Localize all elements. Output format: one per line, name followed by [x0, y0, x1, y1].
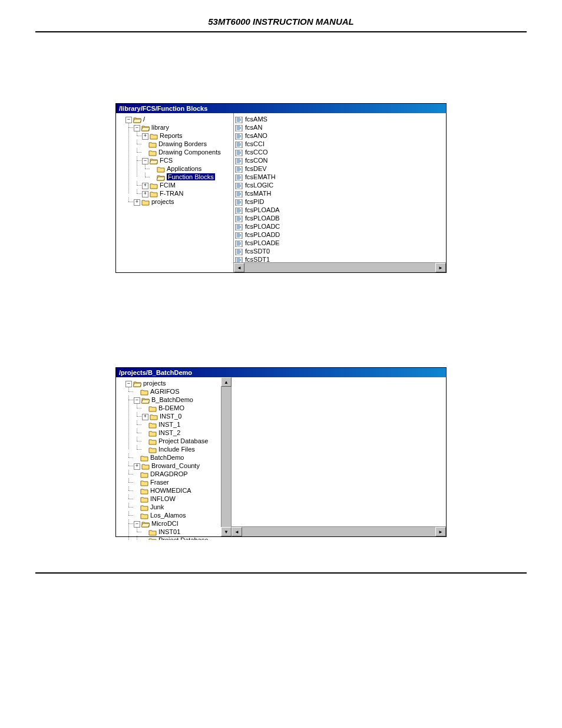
file-item[interactable]: fcsSDT0	[235, 247, 445, 255]
tree-item[interactable]: Junk	[150, 503, 164, 510]
scroll-down-button[interactable]: ▼	[221, 527, 232, 536]
tree-item[interactable]: B_BatchDemo	[151, 396, 193, 403]
file-item[interactable]: fcsMATH	[235, 189, 445, 197]
tree-item[interactable]: Reports	[160, 132, 183, 139]
folder-icon	[140, 389, 148, 396]
folder-icon	[150, 414, 158, 420]
collapse-icon[interactable]: −	[125, 117, 132, 123]
folder-icon	[148, 150, 157, 156]
tree-item[interactable]: INST_1	[158, 421, 180, 428]
folder-icon	[140, 488, 148, 495]
tree-item[interactable]: Project Database	[158, 536, 208, 540]
tree-item[interactable]: HOWMEDICA	[150, 487, 191, 494]
document-icon	[235, 141, 243, 148]
expand-icon[interactable]: +	[134, 463, 140, 470]
tree-item[interactable]: Applications	[167, 165, 201, 172]
file-item[interactable]: fcsPID	[235, 197, 445, 206]
tree-item[interactable]: INST_0	[160, 413, 181, 420]
tree-item[interactable]: Drawing Borders	[158, 140, 207, 147]
tree-item[interactable]: FCS	[160, 157, 173, 164]
file-item[interactable]: fcsCON	[235, 156, 445, 164]
window-library: /library/FCS/Function Blocks −/ −library…	[115, 103, 447, 273]
footer-rule	[35, 572, 527, 574]
file-item[interactable]: fcsCCI	[235, 140, 445, 148]
tree-item[interactable]: Include Files	[158, 446, 195, 453]
folder-icon	[141, 199, 150, 206]
tree-item[interactable]: Fraser	[150, 479, 169, 486]
tree-item[interactable]: FCIM	[160, 182, 176, 189]
scroll-right-button[interactable]: ►	[435, 263, 446, 272]
expand-icon[interactable]: +	[142, 133, 148, 140]
folder-icon	[140, 480, 148, 486]
expand-icon[interactable]: +	[142, 191, 148, 197]
file-item[interactable]: fcsPLOADC	[235, 222, 445, 230]
file-item[interactable]: fcsAN	[235, 123, 445, 131]
tree-pane[interactable]: −/ −library +Reports Drawing Borders Dra…	[116, 113, 234, 272]
tree-item[interactable]: F-TRAN	[160, 190, 183, 197]
file-item[interactable]: fcsAMS	[235, 115, 445, 123]
tree-item[interactable]: INST_2	[158, 429, 180, 436]
document-icon	[235, 150, 243, 156]
folder-open-icon	[157, 174, 165, 181]
file-item[interactable]: fcsPLOADD	[235, 230, 445, 239]
tree-item[interactable]: BatchDemo	[150, 454, 184, 461]
tree-item-library[interactable]: library	[151, 124, 169, 131]
tree-item[interactable]: Drawing Components	[158, 149, 221, 156]
window-projects: /projects/B_BatchDemo −projects AGRIFOS …	[115, 367, 447, 537]
collapse-icon[interactable]: −	[134, 125, 140, 131]
tree-item[interactable]: projects	[151, 198, 174, 205]
collapse-icon[interactable]: −	[134, 397, 140, 404]
tree-item[interactable]: projects	[143, 380, 166, 387]
tree-item[interactable]: AGRIFOS	[150, 388, 180, 395]
expand-icon[interactable]: +	[142, 414, 148, 420]
file-item[interactable]: fcsDEV	[235, 164, 445, 173]
folder-icon	[148, 529, 157, 536]
folder-icon	[150, 133, 158, 140]
tree-item[interactable]: INST01	[158, 528, 180, 535]
folder-icon	[140, 472, 148, 478]
document-icon	[235, 224, 243, 230]
scroll-right-button[interactable]: ►	[435, 527, 446, 536]
file-item[interactable]: fcsANO	[235, 131, 445, 140]
collapse-icon[interactable]: −	[134, 521, 140, 528]
header-rule	[35, 31, 527, 32]
tree-item[interactable]: INFLOW	[150, 495, 176, 502]
file-item[interactable]: fcsCCO	[235, 148, 445, 156]
file-item[interactable]: fcsPLOADA	[235, 206, 445, 214]
expand-icon[interactable]: +	[134, 199, 140, 206]
scroll-left-button[interactable]: ◄	[234, 263, 244, 272]
tree-item[interactable]: MicroDCI	[151, 520, 178, 527]
file-item[interactable]: fcsEMATH	[235, 173, 445, 181]
file-list-pane[interactable]: fcsAMSfcsANfcsANOfcsCCIfcsCCOfcsCONfcsDE…	[234, 113, 446, 272]
folder-icon	[140, 455, 148, 462]
file-item[interactable]: fcsPLOADE	[235, 239, 445, 247]
document-icon	[235, 166, 243, 173]
tree-item[interactable]: Project Database	[158, 437, 208, 444]
tree-item[interactable]: B-DEMO	[158, 404, 184, 411]
folder-icon	[140, 496, 148, 503]
scroll-up-button[interactable]: ▲	[221, 377, 232, 387]
folder-open-icon	[141, 521, 150, 528]
tree-item[interactable]: DRAGDROP	[150, 470, 188, 477]
file-list-pane[interactable]: ◄ ►	[232, 377, 446, 536]
folder-icon	[150, 191, 158, 197]
vertical-scrollbar[interactable]: ▲ ▼	[221, 377, 231, 536]
file-item[interactable]: fcsPLOADB	[235, 214, 445, 222]
document-icon	[235, 174, 243, 181]
document-icon	[235, 216, 243, 222]
tree-root[interactable]: /	[143, 116, 145, 123]
file-item[interactable]: fcsLOGIC	[235, 181, 445, 189]
tree-item-selected[interactable]: Function Blocks	[167, 173, 215, 180]
collapse-icon[interactable]: −	[142, 158, 148, 164]
scroll-left-button[interactable]: ◄	[232, 527, 242, 536]
titlebar: /projects/B_BatchDemo	[116, 368, 446, 377]
tree-item[interactable]: Los_Alamos	[150, 512, 186, 519]
collapse-icon[interactable]: −	[125, 381, 132, 387]
tree-item[interactable]: Broward_County	[151, 462, 200, 469]
document-icon	[235, 133, 243, 140]
tree-pane[interactable]: −projects AGRIFOS −B_BatchDemo B-DEMO +I…	[116, 377, 222, 540]
folder-icon	[148, 406, 157, 412]
folder-icon	[157, 166, 165, 173]
document-icon	[235, 232, 243, 239]
expand-icon[interactable]: +	[142, 183, 148, 189]
